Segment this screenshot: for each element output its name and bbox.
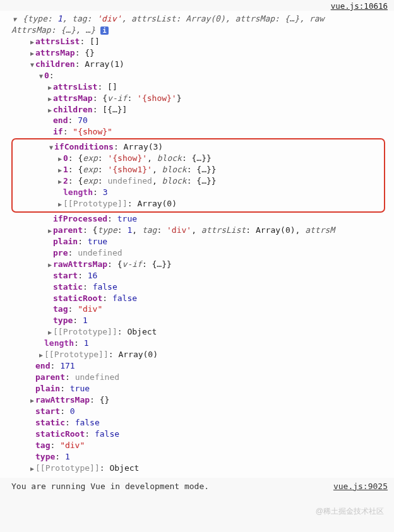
bottom-bar: You are running Vue in development mode.… bbox=[0, 478, 394, 492]
prop-static: ▶static: false bbox=[11, 417, 390, 429]
chevron-right-icon[interactable]: ▶ bbox=[47, 328, 53, 337]
c0-rawAttrsMap[interactable]: ▶rawAttrsMap: {v-if: {…}} bbox=[11, 259, 390, 270]
prop-parent: ▶parent: undefined bbox=[11, 372, 390, 383]
c0-plain: ▶plain: true bbox=[11, 236, 390, 247]
children-length: ▶length: 1 bbox=[11, 338, 390, 349]
c0-attrsList[interactable]: ▶attrsList: [] bbox=[11, 81, 390, 93]
info-icon[interactable]: i bbox=[100, 27, 109, 35]
c0-end: ▶end: 70 bbox=[11, 115, 390, 126]
ifc-0[interactable]: ▶0: {exp: '{show}', block: {…}} bbox=[13, 153, 384, 164]
chevron-right-icon[interactable]: ▶ bbox=[57, 177, 63, 186]
chevron-right-icon[interactable]: ▶ bbox=[47, 261, 53, 269]
source-link-bottom[interactable]: vue.js:9025 bbox=[333, 482, 388, 491]
c0-pre: ▶pre: undefined bbox=[11, 247, 390, 259]
children-proto[interactable]: ▶[[Prototype]]: Array(0) bbox=[11, 349, 390, 360]
prop-start: ▶start: 0 bbox=[11, 406, 390, 417]
ifc-2[interactable]: ▶2: {exp: undefined, block: {…}} bbox=[13, 175, 384, 187]
c0-attrsMap[interactable]: ▶attrsMap: {v-if: '{show}'} bbox=[11, 93, 390, 104]
prop-staticRoot: ▶staticRoot: false bbox=[11, 429, 390, 440]
c0-ifProcessed: ▶ifProcessed: true bbox=[11, 213, 390, 225]
chevron-down-icon[interactable]: ▼ bbox=[29, 61, 35, 69]
ifc-proto[interactable]: ▶[[Prototype]]: Array(0) bbox=[13, 198, 384, 210]
chevron-right-icon[interactable]: ▶ bbox=[47, 227, 53, 235]
chevron-right-icon[interactable]: ▶ bbox=[47, 106, 53, 115]
highlight-ifConditions: ▼ifConditions: Array(3) ▶0: {exp: '{show… bbox=[11, 138, 385, 213]
summary-text: {type: 1, tag: 'div', attrsList: Array(0… bbox=[23, 14, 325, 23]
prop-tag: ▶tag: "div" bbox=[11, 440, 390, 451]
chevron-right-icon[interactable]: ▶ bbox=[38, 351, 44, 360]
c0-ifConditions[interactable]: ▼ifConditions: Array(3) bbox=[13, 141, 384, 153]
prop-attrsList[interactable]: ▶attrsList: [] bbox=[11, 36, 390, 47]
c0-parent[interactable]: ▶parent: {type: 1, tag: 'div', attrsList… bbox=[11, 225, 390, 236]
prop-type: ▶type: 1 bbox=[11, 451, 390, 463]
prop-rawAttrsMap[interactable]: ▶rawAttrsMap: {} bbox=[11, 394, 390, 406]
c0-start: ▶start: 16 bbox=[11, 270, 390, 281]
chevron-down-icon[interactable]: ▼ bbox=[38, 72, 44, 81]
prop-plain: ▶plain: true bbox=[11, 383, 390, 394]
child-0[interactable]: ▼0: bbox=[11, 70, 390, 81]
chevron-down-icon[interactable]: ▼ bbox=[48, 143, 54, 152]
c0-static: ▶static: false bbox=[11, 281, 390, 293]
source-link-top[interactable]: vue.js:10616 bbox=[0, 0, 394, 11]
prop-children[interactable]: ▼children: Array(1) bbox=[11, 59, 390, 70]
c0-tag: ▶tag: "div" bbox=[11, 304, 390, 315]
chevron-right-icon[interactable]: ▶ bbox=[57, 200, 63, 209]
console-object-tree: ▼ {type: 1, tag: 'div', attrsList: Array… bbox=[0, 11, 394, 478]
c0-staticRoot: ▶staticRoot: false bbox=[11, 293, 390, 304]
chevron-right-icon[interactable]: ▶ bbox=[29, 396, 35, 405]
ifc-1[interactable]: ▶1: {exp: '{show1}', block: {…}} bbox=[13, 164, 384, 175]
c0-proto[interactable]: ▶[[Prototype]]: Object bbox=[11, 326, 390, 338]
chevron-right-icon[interactable]: ▶ bbox=[29, 49, 35, 58]
bottom-message: You are running Vue in development mode. bbox=[11, 482, 209, 491]
c0-children[interactable]: ▶children: [{…}] bbox=[11, 104, 390, 115]
ifc-length: ▶length: 3 bbox=[13, 187, 384, 198]
chevron-right-icon[interactable]: ▶ bbox=[47, 83, 53, 92]
chevron-down-icon[interactable]: ▼ bbox=[11, 15, 18, 24]
chevron-right-icon[interactable]: ▶ bbox=[29, 464, 35, 473]
prop-attrsMap[interactable]: ▶attrsMap: {} bbox=[11, 47, 390, 59]
chevron-right-icon[interactable]: ▶ bbox=[57, 155, 63, 163]
chevron-right-icon[interactable]: ▶ bbox=[57, 166, 63, 175]
chevron-right-icon[interactable]: ▶ bbox=[47, 95, 53, 103]
chevron-right-icon[interactable]: ▶ bbox=[29, 38, 35, 47]
c0-if: ▶if: "{show}" bbox=[11, 126, 390, 138]
prop-end: ▶end: 171 bbox=[11, 360, 390, 372]
object-summary-cont: AttrsMap: {…}, …} i bbox=[11, 25, 390, 36]
c0-type: ▶type: 1 bbox=[11, 315, 390, 326]
object-summary[interactable]: ▼ {type: 1, tag: 'div', attrsList: Array… bbox=[11, 13, 390, 25]
prop-proto[interactable]: ▶[[Prototype]]: Object bbox=[11, 463, 390, 474]
